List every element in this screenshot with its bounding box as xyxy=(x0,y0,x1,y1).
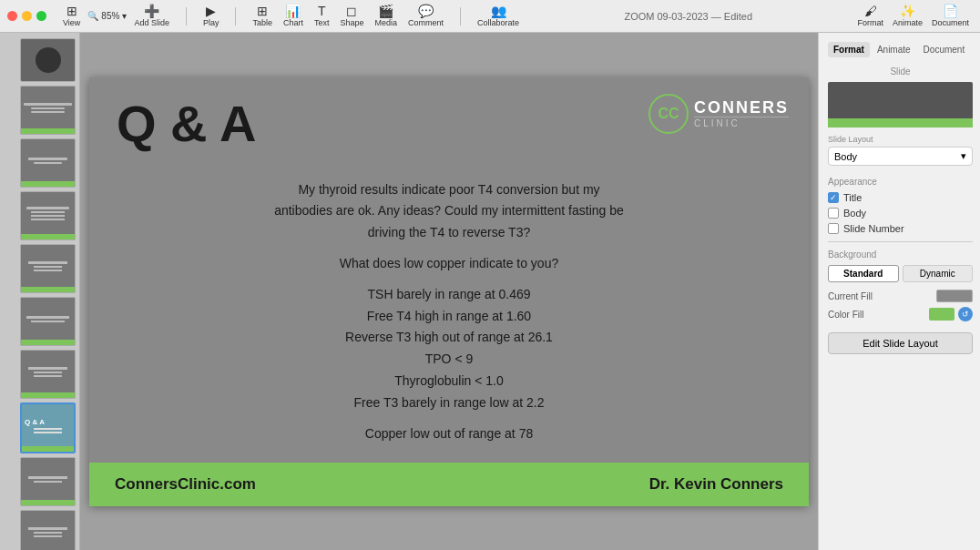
zoom-control[interactable]: 🔍 85% ▾ xyxy=(87,11,127,21)
slide-thumb-4[interactable] xyxy=(20,191,76,240)
slide-thumb-3-wrapper: 3 xyxy=(4,138,76,188)
line-1: TSH barely in range at 0.469 xyxy=(368,287,531,301)
table-icon: ⊞ xyxy=(257,5,268,17)
checkbox-title[interactable]: ✓ xyxy=(828,192,839,203)
shape-button[interactable]: ◻ Shape xyxy=(336,3,367,29)
tab-animate[interactable]: Animate xyxy=(872,42,916,57)
slide-thumb-6-wrapper: 6 xyxy=(4,297,76,346)
close-button[interactable] xyxy=(7,11,17,21)
slide-thumb-10[interactable] xyxy=(20,510,76,550)
logo-text: CONNERS CLINIC xyxy=(694,99,789,129)
add-slide-button[interactable]: ➕ Add Slide xyxy=(130,3,173,29)
thumb-preview-10 xyxy=(21,511,75,550)
text-icon: T xyxy=(318,5,326,17)
line-3: Reverse T3 high out of range at 26.1 xyxy=(345,330,553,344)
thumb-preview-9 xyxy=(21,458,75,500)
collaborate-button[interactable]: 👥 Collaborate xyxy=(474,3,523,29)
color-fill-row: Color Fill ↺ xyxy=(828,307,973,321)
appearance-label: Appearance xyxy=(828,177,973,187)
slide-thumb-1[interactable] xyxy=(20,38,76,82)
comment-icon: 💬 xyxy=(418,5,434,17)
edit-layout-button[interactable]: Edit Slide Layout xyxy=(828,332,973,354)
slide-thumb-2[interactable] xyxy=(20,86,76,135)
color-fill-icon: ↺ xyxy=(962,310,969,319)
line-5: Thyroglobulin < 1.0 xyxy=(394,373,503,388)
play-icon: ▶ xyxy=(206,5,216,17)
layout-dropdown[interactable]: Body ▾ xyxy=(828,147,973,166)
media-button[interactable]: 🎬 Media xyxy=(372,3,402,29)
slide-thumb-5[interactable] xyxy=(20,244,76,293)
format-tab-btn[interactable]: 🖌 Format xyxy=(853,3,887,29)
maximize-button[interactable] xyxy=(36,11,46,21)
thumb-preview-3 xyxy=(21,139,75,181)
divider-3 xyxy=(460,7,461,25)
toolbar-right: 🖌 Format ✨ Animate 📄 Document xyxy=(853,3,973,29)
view-button[interactable]: ⊞ View xyxy=(59,3,84,29)
checkbox-slidenumber-row: Slide Number xyxy=(828,223,973,234)
checkbox-slidenumber-label: Slide Number xyxy=(843,223,904,234)
shape-icon: ◻ xyxy=(346,5,357,17)
canvas-area[interactable]: Q & A CC CONNERS CLINIC My thyroid resul… xyxy=(80,33,818,550)
slide-thumb-3[interactable] xyxy=(20,138,76,188)
slide-thumb-10-wrapper: 10 xyxy=(4,510,76,550)
slide-thumb-6[interactable] xyxy=(20,297,76,346)
play-button[interactable]: ▶ Play xyxy=(199,3,223,29)
separator-1 xyxy=(828,241,973,242)
slide-container: Q & A CC CONNERS CLINIC My thyroid resul… xyxy=(89,77,809,505)
bg-dynamic-btn[interactable]: Dynamic xyxy=(903,265,974,282)
document-tab-btn[interactable]: 📄 Document xyxy=(928,3,973,29)
animate-tab-btn[interactable]: ✨ Animate xyxy=(889,3,926,29)
slide-thumb-7[interactable] xyxy=(20,350,76,399)
collaborate-icon: 👥 xyxy=(491,5,506,17)
checkbox-title-label: Title xyxy=(843,192,862,203)
thumb-preview-1 xyxy=(21,39,75,81)
slide-thumb-8[interactable]: Q & A xyxy=(20,402,76,453)
divider-1 xyxy=(186,7,187,25)
slide-thumb-7-wrapper: 7 xyxy=(4,350,76,399)
main-area: 1 2 3 xyxy=(0,33,980,550)
thumb-preview-8: Q & A xyxy=(22,404,74,446)
slide-thumb-9-wrapper: 9 xyxy=(4,457,76,506)
tab-format[interactable]: Format xyxy=(828,42,870,57)
panel-section-slide: Slide xyxy=(828,66,973,76)
add-slide-icon: ➕ xyxy=(144,5,159,17)
top-bar: ⊞ View 🔍 85% ▾ ➕ Add Slide ▶ Play ⊞ Tabl… xyxy=(0,0,980,33)
current-fill-label: Current Fill xyxy=(828,291,873,301)
chart-button[interactable]: 📊 Chart xyxy=(280,3,307,29)
bg-standard-btn[interactable]: Standard xyxy=(828,265,899,282)
right-panel: Format Animate Document Slide Slide Layo… xyxy=(818,33,980,550)
lab-values: TSH barely in range at 0.469 Free T4 hig… xyxy=(117,284,781,414)
layout-preview xyxy=(828,82,973,127)
slide-thumb-8-wrapper: 8 Q & A xyxy=(4,402,76,453)
text-button[interactable]: T Text xyxy=(311,3,333,29)
paragraph-1: My thyroid results indicate poor T4 conv… xyxy=(117,179,781,244)
footer-left-text: ConnersClinic.com xyxy=(115,475,256,494)
chart-icon: 📊 xyxy=(285,5,301,17)
current-fill-swatch[interactable] xyxy=(936,290,973,302)
slide-background: Q & A CC CONNERS CLINIC My thyroid resul… xyxy=(89,77,809,505)
checkbox-slide-number[interactable] xyxy=(828,223,839,234)
window-title: ZOOM 09-03-2023 — Edited xyxy=(532,11,844,22)
tab-document[interactable]: Document xyxy=(918,42,971,57)
slide-content[interactable]: My thyroid results indicate poor T4 conv… xyxy=(117,179,781,454)
toolbar-insert: ⊞ Table 📊 Chart T Text ◻ Shape 🎬 Media 💬… xyxy=(249,3,447,29)
comment-button[interactable]: 💬 Comment xyxy=(404,3,447,29)
logo-bottom-text: CLINIC xyxy=(694,117,789,128)
checkbox-body[interactable] xyxy=(828,208,839,219)
color-fill-swatch[interactable] xyxy=(929,308,954,321)
table-button[interactable]: ⊞ Table xyxy=(249,3,276,29)
color-fill-btn[interactable]: ↺ xyxy=(958,307,973,321)
background-buttons: Standard Dynamic xyxy=(828,265,973,282)
paragraph-2: What does low copper indicate to you? xyxy=(117,253,781,275)
toolbar-left: ⊞ View 🔍 85% ▾ ➕ Add Slide xyxy=(59,3,173,29)
checkbox-body-row: Body xyxy=(828,208,973,219)
paragraph-3: Copper low out of range at 78 xyxy=(117,423,781,445)
minimize-button[interactable] xyxy=(22,11,32,21)
media-icon: 🎬 xyxy=(378,5,393,17)
thumb-preview-7 xyxy=(21,351,75,392)
slide-logo: CC CONNERS CLINIC xyxy=(648,94,789,134)
format-icon: 🖌 xyxy=(864,5,877,17)
color-fill-controls: ↺ xyxy=(929,307,973,321)
slide-thumb-9[interactable] xyxy=(20,457,76,506)
view-icon: ⊞ xyxy=(66,5,77,17)
